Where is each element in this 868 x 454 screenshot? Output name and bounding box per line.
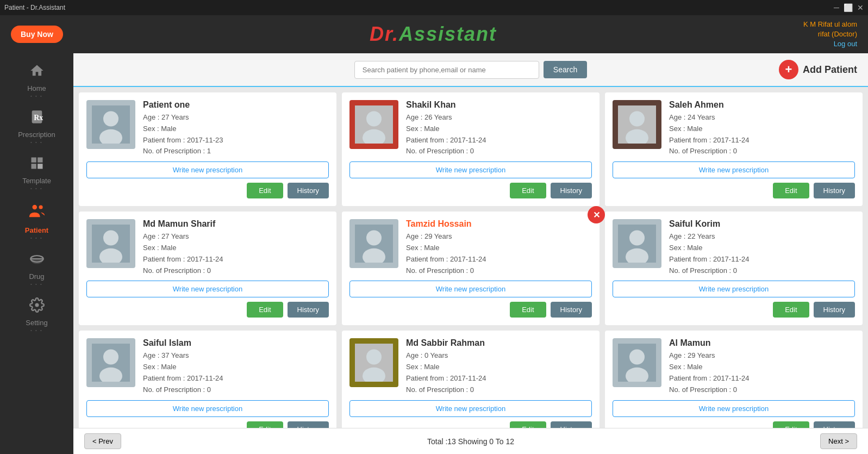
sidebar-item-setting[interactable]: Setting • • • [0,293,73,337]
close-overlay-button[interactable]: ✕ [588,206,605,223]
patient-sex: Sex : Male [143,362,329,373]
patient-card-actions: Write new prescription Edit History [86,400,329,428]
top-header: Buy Now Dr.Assistant K M Rifat ul alom r… [0,15,868,53]
window-controls[interactable]: ─ ⬜ ✕ [834,3,864,12]
patient-card-top: Al Mamun Age : 29 Years Sex : Male Patie… [613,338,855,395]
patient-from: Patient from : 2017-11-24 [406,135,592,146]
patient-from: Patient from : 2017-11-24 [669,135,855,146]
user-subtitle: rifat (Doctor) [803,29,857,39]
svg-point-17 [629,111,645,127]
patient-card: Al Mamun Age : 29 Years Sex : Male Patie… [605,331,863,428]
svg-point-14 [366,111,382,127]
svg-point-29 [103,350,118,365]
edit-button[interactable]: Edit [247,421,283,428]
drug-icon [29,251,45,270]
patient-name: Patient one [143,100,329,110]
patient-sex: Sex : Male [669,123,855,135]
patient-card: Saiful Korim Age : 22 Years Sex : Male P… [605,212,863,325]
patient-card-top: Md Sabbir Rahman Age : 0 Years Sex : Mal… [349,338,592,395]
patient-age: Age : 37 Years [143,350,329,362]
write-prescription-button[interactable]: Write new prescription [613,281,855,297]
write-prescription-button[interactable]: Write new prescription [613,161,855,178]
sidebar-dots-template: • • • [30,186,43,191]
logout-link[interactable]: Log out [803,39,857,49]
patient-info: Tamzid Hossain Age : 29 Years Sex : Male… [406,219,592,276]
app-title-assistant: Assistant [399,23,497,45]
patient-info: Md Mamun Sharif Age : 27 Years Sex : Mal… [143,219,329,276]
write-prescription-button[interactable]: Write new prescription [86,161,329,178]
patient-card: ✕ Tamzid Hossain Age : 29 Years Sex : Ma… [342,212,600,325]
app-title-dr: Dr. [370,23,399,45]
patient-card-top: Patient one Age : 27 Years Sex : Male Pa… [86,100,329,157]
minimize-icon[interactable]: ─ [834,3,839,12]
edit-button[interactable]: Edit [247,183,283,198]
main-layout: Home • • • Rx Prescription • • • Templat… [0,53,868,454]
patient-card: Shakil Khan Age : 26 Years Sex : Male Pa… [342,92,600,206]
sidebar-item-template[interactable]: Template • • • [0,151,73,195]
patient-avatar [86,338,135,387]
write-prescription-button[interactable]: Write new prescription [349,161,592,178]
patient-age: Age : 22 Years [669,231,855,242]
action-buttons: Edit History [86,302,329,318]
close-icon[interactable]: ✕ [857,3,864,12]
edit-button[interactable]: Edit [510,302,546,318]
svg-rect-5 [38,164,42,169]
history-button[interactable]: History [551,421,592,428]
prev-button[interactable]: < Prev [84,433,121,449]
search-button[interactable]: Search [544,61,587,78]
patient-prescriptions: No. of Prescription : 0 [143,384,329,396]
history-button[interactable]: History [814,421,855,428]
sidebar-label-prescription: Prescription [18,130,55,139]
patient-card: Saleh Ahmen Age : 24 Years Sex : Male Pa… [605,92,863,206]
history-button[interactable]: History [288,302,329,318]
patient-sex: Sex : Male [669,362,855,373]
app-logo: Dr.Assistant [370,23,497,46]
maximize-icon[interactable]: ⬜ [844,3,853,12]
search-input[interactable] [354,61,539,79]
history-button[interactable]: History [814,302,855,318]
patient-card-top: Saiful Korim Age : 22 Years Sex : Male P… [613,219,855,276]
patient-avatar [86,100,135,149]
edit-button[interactable]: Edit [510,183,546,198]
write-prescription-button[interactable]: Write new prescription [613,400,855,417]
edit-button[interactable]: Edit [773,421,809,428]
patient-avatar [613,219,661,268]
plus-circle-icon: + [779,60,798,79]
buy-now-button[interactable]: Buy Now [11,26,63,43]
patient-info: Al Mamun Age : 29 Years Sex : Male Patie… [669,338,855,395]
template-icon [29,156,45,175]
patient-prescriptions: No. of Prescription : 1 [143,146,329,157]
add-patient-label: Add Patient [803,64,857,76]
patient-card-actions: Write new prescription Edit History [613,400,855,428]
edit-button[interactable]: Edit [773,302,809,318]
history-button[interactable]: History [551,302,592,318]
sidebar-item-patient[interactable]: Patient • • • [0,197,73,245]
history-button[interactable]: History [551,183,592,198]
sidebar-item-drug[interactable]: Drug • • • [0,247,73,291]
write-prescription-button[interactable]: Write new prescription [86,400,329,417]
patient-card-actions: Write new prescription Edit History [349,281,592,318]
svg-point-23 [366,231,382,246]
next-button[interactable]: Next > [820,433,857,449]
history-button[interactable]: History [288,183,329,198]
patient-sex: Sex : Male [406,123,592,135]
sidebar-dots-home: • • • [30,94,43,98]
sidebar-dots-drug: • • • [30,282,43,287]
edit-button[interactable]: Edit [510,421,546,428]
history-button[interactable]: History [288,421,329,428]
write-prescription-button[interactable]: Write new prescription [349,281,592,297]
history-button[interactable]: History [814,183,855,198]
write-prescription-button[interactable]: Write new prescription [349,400,592,417]
add-patient-button[interactable]: + Add Patient [779,60,857,79]
sidebar-item-prescription[interactable]: Rx Prescription • • • [0,105,73,149]
write-prescription-button[interactable]: Write new prescription [86,281,329,297]
svg-point-32 [366,350,382,365]
patient-card-actions: Write new prescription Edit History [86,281,329,318]
edit-button[interactable]: Edit [773,183,809,198]
patient-prescriptions: No. of Prescription : 0 [669,265,855,277]
patient-name: Md Sabbir Rahman [406,338,592,348]
content-area: Search + Add Patient Patient one Age : 2… [73,53,868,454]
sidebar-item-home[interactable]: Home • • • [0,59,73,103]
action-buttons: Edit History [613,183,855,198]
edit-button[interactable]: Edit [247,302,283,318]
